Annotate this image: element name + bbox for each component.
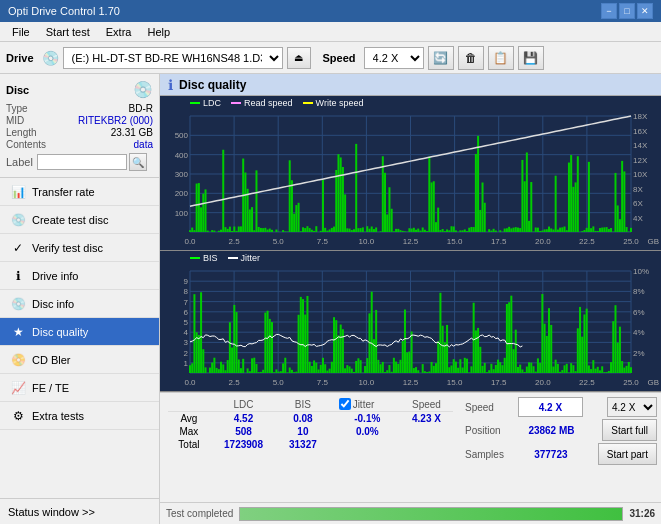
write-speed-legend-label: Write speed <box>316 98 364 108</box>
disc-info-label: Disc info <box>32 298 74 310</box>
sidebar-item-create-test-disc[interactable]: 💿 Create test disc <box>0 206 159 234</box>
position-label: Position <box>465 425 501 436</box>
speed-select[interactable]: 4.2 X <box>364 47 424 69</box>
speed-display: 4.2 X <box>518 397 583 417</box>
stats-table: LDC BIS Jitter Speed <box>160 393 461 502</box>
verify-test-disc-icon: ✓ <box>10 241 26 255</box>
fe-te-icon: 📈 <box>10 381 26 395</box>
stats-max-row: Max 508 10 0.0% <box>168 425 453 438</box>
write-speed-legend: Write speed <box>303 98 364 108</box>
stats-total-row: Total 1723908 31327 <box>168 438 453 451</box>
stats-avg-jitter: -0.1% <box>329 412 400 426</box>
bis-chart: BIS Jitter <box>160 251 661 392</box>
sidebar-item-disc-quality[interactable]: ★ Disc quality <box>0 318 159 346</box>
drive-select[interactable]: (E:) HL-DT-ST BD-RE WH16NS48 1.D3 <box>63 47 283 69</box>
samples-label: Samples <box>465 449 504 460</box>
nav-items: 📊 Transfer rate 💿 Create test disc ✓ Ver… <box>0 178 159 498</box>
disc-title: Disc <box>6 84 29 96</box>
sidebar-item-verify-test-disc[interactable]: ✓ Verify test disc <box>0 234 159 262</box>
extra-tests-icon: ⚙ <box>10 409 26 423</box>
save-button[interactable]: 💾 <box>518 46 544 70</box>
sidebar-item-extra-tests[interactable]: ⚙ Extra tests <box>0 402 159 430</box>
bis-legend-label: BIS <box>203 253 218 263</box>
speed-stat-label: Speed <box>465 402 494 413</box>
stats-max-jitter: 0.0% <box>329 425 400 438</box>
ldc-canvas <box>160 96 661 250</box>
read-speed-legend-color <box>231 102 241 104</box>
cd-bler-label: CD Bler <box>32 354 71 366</box>
transfer-rate-label: Transfer rate <box>32 186 95 198</box>
stats-avg-bis: 0.08 <box>277 412 328 426</box>
disc-quality-header: ℹ Disc quality <box>160 74 661 96</box>
ldc-legend-color <box>190 102 200 104</box>
minimize-button[interactable]: − <box>601 3 617 19</box>
speed-stat-value: 4.2 X <box>539 402 562 413</box>
disc-label-button[interactable]: 🔍 <box>129 153 147 171</box>
sidebar: Disc 💿 Type BD-R MID RITEKBR2 (000) Leng… <box>0 74 160 524</box>
bis-canvas <box>160 251 661 391</box>
stats-max-label: Max <box>168 425 210 438</box>
menu-help[interactable]: Help <box>139 24 178 40</box>
disc-info-icon: 💿 <box>10 297 26 311</box>
col-speed: Speed <box>400 397 453 412</box>
stats-total-speed <box>400 438 453 451</box>
disc-contents-label: Contents <box>6 139 46 150</box>
ldc-chart: LDC Read speed Write speed <box>160 96 661 251</box>
window-controls: − □ ✕ <box>601 3 653 19</box>
drive-icon: 💿 <box>42 50 59 66</box>
col-ldc: LDC <box>210 397 277 412</box>
speed-stat-row: Speed 4.2 X 4.2 X <box>465 397 657 417</box>
start-full-button[interactable]: Start full <box>602 419 657 441</box>
start-part-button[interactable]: Start part <box>598 443 657 465</box>
ldc-legend-label: LDC <box>203 98 221 108</box>
stats-avg-ldc: 4.52 <box>210 412 277 426</box>
disc-quality-header-icon: ℹ <box>168 77 173 93</box>
samples-value: 377723 <box>534 449 567 460</box>
create-test-disc-label: Create test disc <box>32 214 108 226</box>
title-bar: Opti Drive Control 1.70 − □ ✕ <box>0 0 661 22</box>
stats-avg-row: Avg 4.52 0.08 -0.1% 4.23 X <box>168 412 453 426</box>
disc-type-label: Type <box>6 103 28 114</box>
close-button[interactable]: ✕ <box>637 3 653 19</box>
drive-info-icon: ℹ <box>10 269 26 283</box>
jitter-checkbox[interactable] <box>339 398 351 410</box>
bis-legend-color <box>190 257 200 259</box>
disc-image-icon: 💿 <box>133 80 153 99</box>
stats-total-jitter <box>329 438 400 451</box>
erase-button[interactable]: 🗑 <box>458 46 484 70</box>
disc-label-input[interactable] <box>37 154 127 170</box>
sidebar-item-cd-bler[interactable]: 📀 CD Bler <box>0 346 159 374</box>
eject-button[interactable]: ⏏ <box>287 47 311 69</box>
stats-avg-speed: 4.23 X <box>400 412 453 426</box>
read-speed-legend: Read speed <box>231 98 293 108</box>
status-window-button[interactable]: Status window >> <box>0 498 159 524</box>
read-speed-legend-label: Read speed <box>244 98 293 108</box>
jitter-check-label: Jitter <box>353 399 375 410</box>
bottom-status-bar: Test completed 31:26 <box>160 502 661 524</box>
jitter-legend-color <box>228 257 238 259</box>
stats-row: LDC BIS Jitter Speed <box>160 393 661 502</box>
sidebar-item-fe-te[interactable]: 📈 FE / TE <box>0 374 159 402</box>
stats-max-ldc: 508 <box>210 425 277 438</box>
menu-start-test[interactable]: Start test <box>38 24 98 40</box>
status-window-label: Status window >> <box>8 506 95 518</box>
stats-total-bis: 31327 <box>277 438 328 451</box>
refresh-button[interactable]: 🔄 <box>428 46 454 70</box>
time-display: 31:26 <box>629 508 655 519</box>
speed-selector[interactable]: 4.2 X <box>607 397 657 417</box>
col-bis: BIS <box>277 397 328 412</box>
menu-file[interactable]: File <box>4 24 38 40</box>
sidebar-item-transfer-rate[interactable]: 📊 Transfer rate <box>0 178 159 206</box>
sidebar-item-drive-info[interactable]: ℹ Drive info <box>0 262 159 290</box>
menu-extra[interactable]: Extra <box>98 24 140 40</box>
copy-button[interactable]: 📋 <box>488 46 514 70</box>
extra-tests-label: Extra tests <box>32 410 84 422</box>
drive-label: Drive <box>6 52 34 64</box>
stats-total-label: Total <box>168 438 210 451</box>
samples-stat-row: Samples 377723 Start part <box>465 443 657 465</box>
maximize-button[interactable]: □ <box>619 3 635 19</box>
verify-test-disc-label: Verify test disc <box>32 242 103 254</box>
chart1-legend: LDC Read speed Write speed <box>190 98 363 108</box>
sidebar-item-disc-info[interactable]: 💿 Disc info <box>0 290 159 318</box>
stats-max-bis: 10 <box>277 425 328 438</box>
